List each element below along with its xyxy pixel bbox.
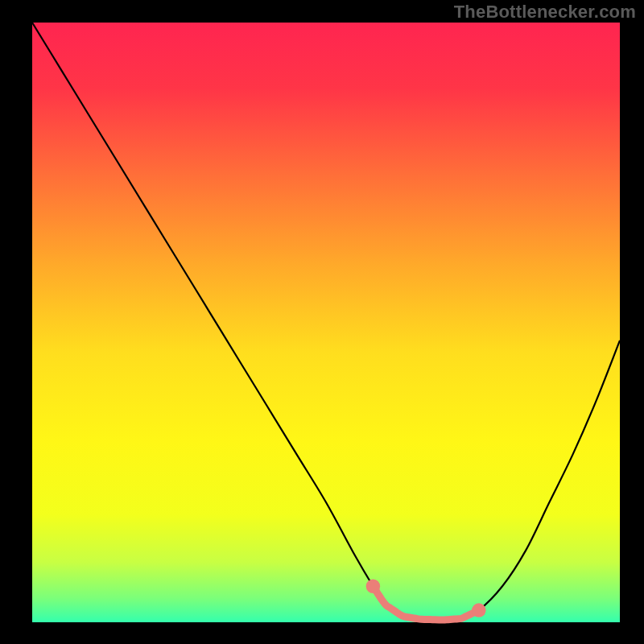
optimal-range-start-dot (366, 580, 381, 594)
watermark-text: TheBottlenecker.com (454, 2, 636, 23)
optimal-range-end-dot (472, 603, 486, 617)
plot-background-gradient (32, 23, 620, 622)
bottleneck-chart (0, 0, 644, 644)
chart-container: TheBottlenecker.com (0, 0, 644, 644)
